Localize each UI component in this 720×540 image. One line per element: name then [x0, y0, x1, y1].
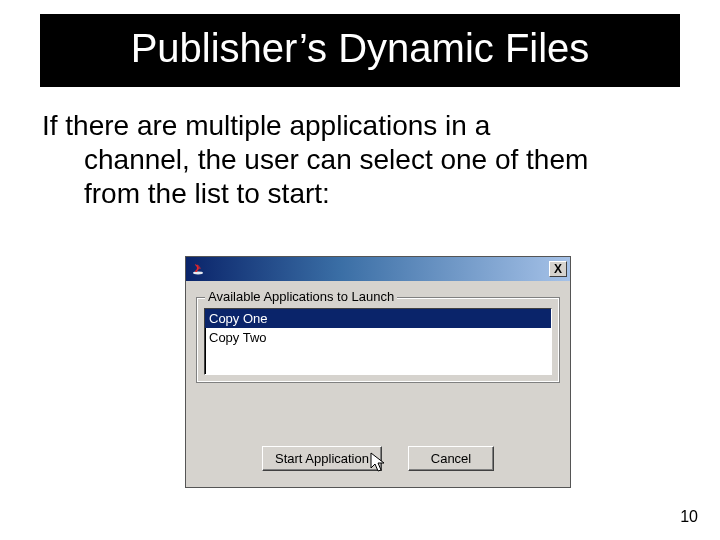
apps-listbox[interactable]: Copy One Copy Two: [204, 308, 552, 375]
body-line-2: channel, the user can select one of them: [42, 143, 678, 177]
dialog-titlebar: X: [186, 257, 570, 281]
cancel-button[interactable]: Cancel: [408, 446, 494, 471]
start-application-button[interactable]: Start Application: [262, 446, 382, 471]
groupbox-legend: Available Applications to Launch: [205, 289, 397, 304]
dialog-button-row: Start Application Cancel: [186, 446, 570, 471]
list-item[interactable]: Copy Two: [205, 328, 551, 347]
slide-title: Publisher’s Dynamic Files: [40, 14, 680, 87]
available-apps-groupbox: Available Applications to Launch Copy On…: [196, 297, 560, 383]
body-line-1: If there are multiple applications in a: [42, 110, 490, 141]
java-cup-icon: [190, 261, 206, 277]
close-icon: X: [554, 263, 562, 275]
launch-dialog: X Available Applications to Launch Copy …: [185, 256, 571, 488]
page-number: 10: [680, 508, 698, 526]
body-line-3: from the list to start:: [42, 177, 678, 211]
close-button[interactable]: X: [549, 261, 567, 277]
svg-point-0: [193, 272, 203, 275]
list-item[interactable]: Copy One: [205, 309, 551, 328]
slide-body: If there are multiple applications in a …: [42, 109, 678, 211]
